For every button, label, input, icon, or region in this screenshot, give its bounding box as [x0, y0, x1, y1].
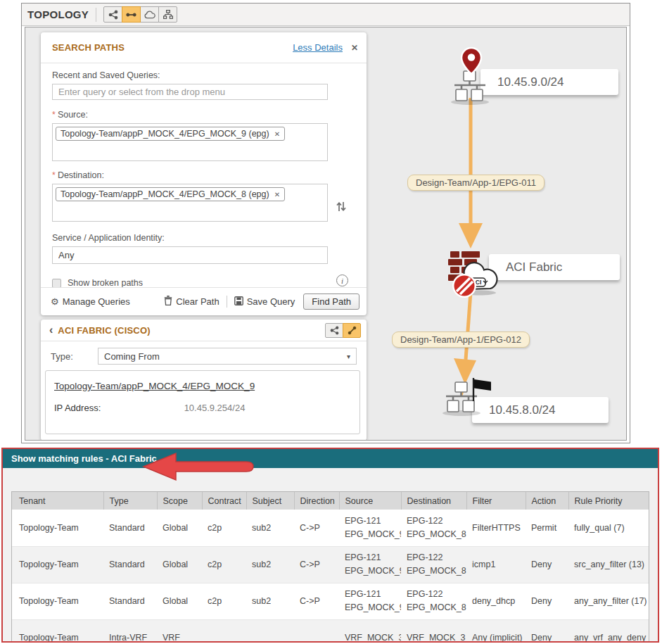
topology-canvas[interactable]: 10.45.9.0/24	[25, 27, 627, 441]
col-destination: Destination	[401, 492, 466, 510]
cloud-view-button[interactable]	[140, 6, 159, 23]
fabric-node-label[interactable]: ACI Fabric	[489, 254, 620, 280]
annotation-arrow-icon	[141, 452, 256, 483]
diagonal-path-icon	[348, 326, 357, 335]
hierarchy-view-button[interactable]	[158, 6, 177, 23]
rule-row: Topology-Team Standard Global c2p sub2 C…	[12, 546, 649, 583]
rules-table: Tenant Type Scope Contract Subject Direc…	[12, 492, 649, 643]
page-title: TOPOLOGY	[27, 8, 89, 20]
edge1-arrowhead	[459, 223, 483, 248]
rules-header-row: Tenant Type Scope Contract Subject Direc…	[12, 492, 649, 510]
deny-prohibited-icon	[451, 272, 478, 302]
col-direction: Direction	[294, 492, 339, 510]
col-type: Type	[103, 492, 157, 510]
rule-row: Topology-Team Standard Global c2p sub2 C…	[12, 583, 649, 619]
topology-header-bar: TOPOLOGY	[22, 4, 630, 26]
col-filter: Filter	[466, 492, 526, 510]
rules-table-container: Tenant Type Scope Contract Subject Direc…	[11, 491, 649, 643]
view-toolbar	[103, 6, 177, 23]
screenshot-root: TOPOLOGY	[0, 0, 662, 644]
edge1-text: Design-Team/App-1/EPG-011	[416, 177, 536, 188]
source-pin-icon	[459, 46, 483, 79]
col-scope: Scope	[157, 492, 202, 510]
graph-view-icon	[108, 10, 118, 20]
col-subject: Subject	[246, 492, 294, 510]
fabric-path-toggle-button[interactable]	[343, 323, 361, 338]
col-tenant: Tenant	[12, 492, 103, 510]
source-node-text: 10.45.9.0/24	[497, 75, 564, 89]
rule-row: Topology-Team Standard Global c2p sub2 C…	[12, 510, 649, 546]
edge2-text: Design-Team/App-1/EPG-012	[400, 334, 521, 345]
fabric-node-text: ACI Fabric	[506, 260, 562, 274]
hierarchy-view-icon	[163, 10, 173, 19]
header-divider	[96, 8, 96, 22]
edge-label-epg-011[interactable]: Design-Team/App-1/EPG-011	[407, 175, 545, 191]
dest-flag-icon	[471, 377, 493, 405]
rule-row: Topology-Team Intra-VRF VRF VRF_MOCK_3 V…	[12, 619, 649, 643]
path-view-icon	[126, 11, 136, 19]
matching-rules-panel: Show matching rules - ACI Fabric Tenant …	[1, 448, 659, 643]
graph-view-button[interactable]	[103, 6, 122, 23]
source-node-label[interactable]: 10.45.9.0/24	[480, 69, 618, 95]
edge-label-epg-012[interactable]: Design-Team/App-1/EPG-012	[392, 332, 530, 348]
col-source: Source	[339, 492, 401, 510]
matching-rules-title: Show matching rules - ACI Fabric	[11, 453, 157, 464]
dest-node-text: 10.45.8.0/24	[489, 403, 556, 417]
topology-window: TOPOLOGY	[21, 3, 630, 443]
cloud-view-icon	[144, 11, 155, 19]
path-view-button[interactable]	[122, 6, 141, 23]
col-action: Action	[526, 492, 568, 510]
col-contract: Contract	[202, 492, 246, 510]
matching-rules-header: Show matching rules - ACI Fabric	[3, 449, 658, 468]
col-rule-priority: Rule Priority	[568, 492, 649, 510]
